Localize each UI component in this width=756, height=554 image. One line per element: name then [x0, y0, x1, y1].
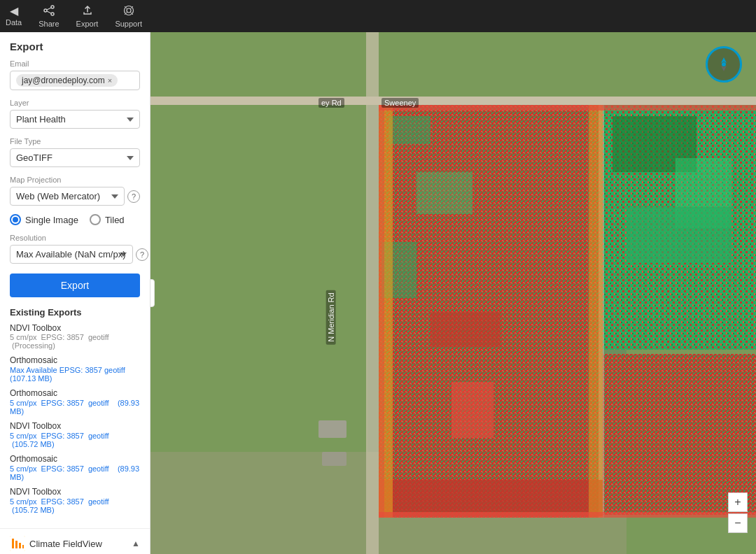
- svg-rect-14: [19, 543, 21, 548]
- svg-point-6: [127, 8, 131, 13]
- svg-point-2: [51, 13, 54, 15]
- export-item-1: NDVI Toolbox 5 cm/px EPSG: 3857 geotiff …: [10, 323, 140, 350]
- export-title: Export: [10, 41, 140, 52]
- svg-rect-36: [388, 116, 430, 144]
- topbar: ◀ Data Share Export: [0, 0, 756, 32]
- svg-rect-13: [15, 541, 18, 548]
- nav-export[interactable]: Export: [76, 5, 99, 28]
- svg-line-4: [47, 11, 51, 13]
- export-item-1-meta: 5 cm/px EPSG: 3857 geotiff (Processing): [10, 333, 140, 350]
- compass-filter-button[interactable]: [706, 46, 742, 83]
- nav-share-label: Share: [38, 20, 59, 28]
- climate-icon: [10, 536, 25, 551]
- projection-row: Web (Web Mercator) UTM Geographic ?: [10, 187, 140, 206]
- export-item-4-title: NDVI Toolbox: [10, 421, 140, 431]
- svg-line-3: [47, 8, 51, 10]
- single-image-option[interactable]: Single Image: [10, 214, 78, 225]
- svg-rect-53: [322, 452, 346, 466]
- svg-marker-62: [721, 66, 727, 71]
- export-icon: [82, 5, 93, 18]
- road-label-ey: ey Rd: [318, 98, 344, 108]
- layer-label: Layer: [10, 99, 140, 107]
- svg-rect-56: [379, 105, 384, 518]
- sidebar-toggle-btn[interactable]: ❮: [150, 279, 155, 307]
- export-item-2-link[interactable]: Max Available EPSG: 3857 geotiff (107.13…: [10, 366, 140, 383]
- nav-data-label: Data: [6, 18, 22, 27]
- svg-rect-15: [22, 545, 24, 548]
- export-item-1-title: NDVI Toolbox: [10, 323, 140, 333]
- resolution-select[interactable]: Max Available (NaN cm/px) 5 cm/px 10 cm/…: [10, 245, 133, 264]
- email-label: Email: [10, 59, 140, 68]
- svg-rect-52: [318, 420, 346, 438]
- map-area[interactable]: Sweeney ey Rd N Meridian Rd ❮ + −: [150, 32, 756, 554]
- tiled-radio[interactable]: [90, 214, 101, 225]
- svg-rect-35: [379, 105, 603, 518]
- svg-rect-21: [150, 97, 756, 105]
- climate-header: Climate FieldView ▲: [10, 536, 140, 551]
- tiled-option[interactable]: Tiled: [90, 214, 125, 225]
- svg-point-1: [51, 6, 54, 8]
- svg-rect-39: [430, 312, 500, 347]
- export-item-5-link[interactable]: 5 cm/px EPSG: 3857 geotiff (89.93 MB): [10, 464, 140, 481]
- nav-export-label: Export: [76, 20, 99, 28]
- climate-fieldview-section: Climate FieldView ▲ Plant Health Plant H…: [0, 528, 150, 554]
- email-value: jay@dronedeploy.com: [22, 76, 105, 85]
- map-controls: + −: [728, 492, 748, 533]
- export-item-3-title: Orthomosaic: [10, 388, 140, 398]
- svg-rect-12: [12, 539, 14, 548]
- svg-rect-49: [379, 480, 603, 516]
- nav-data[interactable]: ◀ Data: [6, 6, 22, 27]
- nav-share[interactable]: Share: [38, 5, 59, 28]
- road-label-sweeney: Sweeney: [382, 98, 419, 108]
- single-image-label: Single Image: [25, 215, 78, 225]
- svg-rect-54: [379, 105, 756, 111]
- email-tag: jay@dronedeploy.com ×: [16, 74, 118, 87]
- export-item-2: Orthomosaic Max Available EPSG: 3857 geo…: [10, 355, 140, 383]
- svg-point-63: [722, 62, 726, 66]
- resolution-row: Max Available (NaN cm/px) 5 cm/px 10 cm/…: [10, 245, 140, 264]
- nav-support[interactable]: Support: [115, 5, 142, 28]
- svg-rect-60: [366, 32, 379, 554]
- file-type-select[interactable]: GeoTIFF JPEG PNG: [10, 148, 140, 167]
- existing-exports-title: Existing Exports: [10, 307, 140, 318]
- climate-collapse-btn[interactable]: ▲: [132, 539, 140, 548]
- single-image-radio[interactable]: [10, 214, 21, 225]
- tiled-label: Tiled: [105, 215, 125, 225]
- svg-rect-51: [589, 105, 603, 518]
- share-icon: [43, 5, 55, 18]
- main-layout: Export Email jay@dronedeploy.com × Layer…: [0, 32, 756, 554]
- zoom-in-button[interactable]: +: [728, 492, 748, 512]
- support-icon: [123, 5, 134, 18]
- export-item-4: NDVI Toolbox 5 cm/px EPSG: 3857 geotiff …: [10, 421, 140, 448]
- export-item-6-title: NDVI Toolbox: [10, 487, 140, 497]
- resolution-help-icon[interactable]: ?: [136, 248, 148, 261]
- email-remove-btn[interactable]: ×: [108, 76, 112, 85]
- file-type-label: File Type: [10, 137, 140, 145]
- export-item-3-link[interactable]: 5 cm/px EPSG: 3857 geotiff (89.93 MB): [10, 399, 140, 416]
- export-item-4-link[interactable]: 5 cm/px EPSG: 3857 geotiff (105.72 MB): [10, 432, 140, 448]
- export-item-2-title: Orthomosaic: [10, 355, 140, 365]
- projection-help-icon[interactable]: ?: [127, 190, 140, 203]
- svg-rect-37: [416, 172, 472, 214]
- svg-rect-55: [379, 512, 756, 518]
- ndvi-map: [150, 32, 756, 554]
- zoom-out-button[interactable]: −: [728, 513, 748, 533]
- export-item-6-link[interactable]: 5 cm/px EPSG: 3857 geotiff (105.72 MB): [10, 497, 140, 514]
- svg-point-0: [44, 9, 47, 12]
- export-item-6: NDVI Toolbox 5 cm/px EPSG: 3857 geotiff …: [10, 487, 140, 514]
- email-tag-container: jay@dronedeploy.com ×: [10, 71, 140, 90]
- climate-title: Climate FieldView: [10, 536, 102, 551]
- image-mode-group: Single Image Tiled: [10, 214, 140, 225]
- resolution-label: Resolution: [10, 234, 140, 242]
- export-main-button[interactable]: Export: [10, 274, 140, 297]
- sidebar-content: Export Email jay@dronedeploy.com × Layer…: [0, 32, 150, 528]
- layer-select[interactable]: Plant Health Orthomosaic NDVI Toolbox El…: [10, 110, 140, 129]
- projection-select[interactable]: Web (Web Mercator) UTM Geographic: [10, 187, 125, 206]
- export-item-5-title: Orthomosaic: [10, 454, 140, 464]
- svg-marker-61: [721, 57, 727, 63]
- climate-title-label: Climate FieldView: [29, 539, 102, 549]
- nav-support-label: Support: [115, 20, 142, 28]
- map-projection-label: Map Projection: [10, 176, 140, 184]
- svg-rect-47: [603, 354, 756, 515]
- road-label-meridian: N Meridian Rd: [326, 290, 336, 344]
